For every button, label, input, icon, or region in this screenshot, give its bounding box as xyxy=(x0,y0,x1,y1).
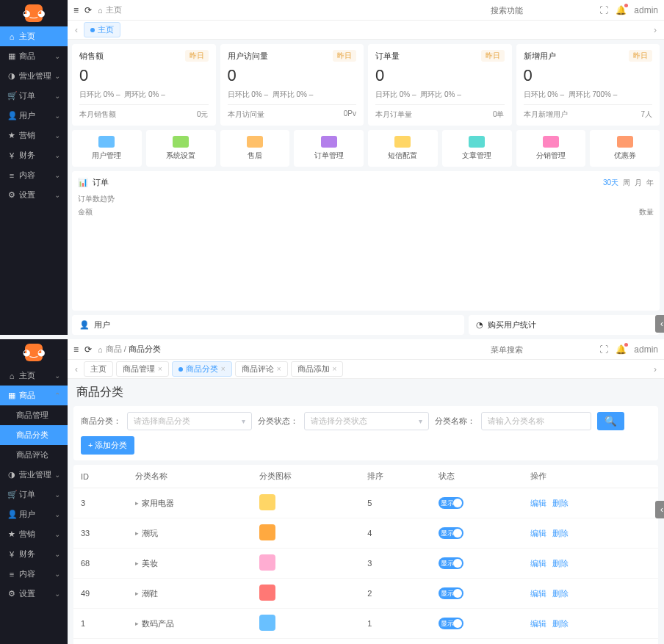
sidebar-item[interactable]: 👤用户⌄ xyxy=(0,106,68,126)
tab[interactable]: 商品分类× xyxy=(172,361,232,377)
bell-icon[interactable]: 🔔 xyxy=(616,344,627,355)
sidebar-item[interactable]: 🛒订单⌄ xyxy=(0,86,68,106)
sidebar-subitem[interactable]: 商品管理 xyxy=(0,405,68,425)
chevron-down-icon: ⌄ xyxy=(54,491,60,499)
delete-link[interactable]: 删除 xyxy=(552,559,569,568)
sidebar-item[interactable]: ◑营业管理⌄ xyxy=(0,465,68,485)
sidebar-item[interactable]: ⚙设置⌄ xyxy=(0,584,68,604)
filter-name-input[interactable]: 请输入分类名称 xyxy=(481,412,591,430)
chart-range-tab[interactable]: 周 xyxy=(623,178,630,188)
sidebar-item[interactable]: ◑营业管理⌄ xyxy=(0,66,68,86)
edit-link[interactable]: 编辑 xyxy=(530,619,546,628)
search-input[interactable] xyxy=(491,345,592,354)
status-switch[interactable]: 显示 xyxy=(439,527,463,539)
sidebar-subitem[interactable]: 商品评论 xyxy=(0,445,68,465)
close-icon[interactable]: × xyxy=(277,365,281,373)
expand-icon[interactable]: ▸ xyxy=(135,560,139,567)
sidebar-item[interactable]: 🛒订单⌄ xyxy=(0,485,68,504)
expand-icon[interactable]: ▸ xyxy=(135,529,139,537)
tab[interactable]: 商品添加× xyxy=(291,361,344,377)
edit-link[interactable]: 编辑 xyxy=(530,499,546,507)
status-switch[interactable]: 显示 xyxy=(439,618,463,629)
tabs-left-icon[interactable]: ‹ xyxy=(72,364,81,375)
close-icon[interactable]: × xyxy=(221,365,225,373)
sidebar-item[interactable]: ▦商品⌃ xyxy=(0,386,68,405)
chart-range-tab[interactable]: 月 xyxy=(635,178,642,188)
delete-link[interactable]: 删除 xyxy=(552,499,569,507)
sidebar-item[interactable]: 👤用户⌄ xyxy=(0,504,68,524)
expand-icon[interactable]: ▸ xyxy=(135,620,139,627)
drawer-toggle-icon[interactable]: ‹ xyxy=(655,501,664,518)
quick-icon xyxy=(98,136,115,148)
quick-icon xyxy=(321,136,337,148)
quick-link[interactable]: 分销管理 xyxy=(516,130,586,167)
refresh-icon[interactable]: ⟳ xyxy=(84,5,92,15)
edit-link[interactable]: 编辑 xyxy=(530,589,546,598)
tab[interactable]: 主页 xyxy=(84,361,113,377)
filters: 商品分类： 请选择商品分类▾ 分类状态： 请选择分类状态▾ 分类名称： 请输入分… xyxy=(73,406,658,460)
sidebar-item[interactable]: ≡内容⌄ xyxy=(0,165,68,185)
filter-status-select[interactable]: 请选择分类状态▾ xyxy=(304,412,429,430)
sidebar-item[interactable]: ⌂主页 xyxy=(0,26,68,46)
sidebar-item[interactable]: ≡内容⌄ xyxy=(0,564,68,584)
breadcrumb-segment[interactable]: 商品 xyxy=(106,344,122,353)
home-icon[interactable]: ⌂ xyxy=(98,345,103,354)
sidebar-item[interactable]: ★营销⌄ xyxy=(0,126,68,145)
card-value: 0 xyxy=(524,66,653,85)
sidebar-item[interactable]: ⌂主页⌄ xyxy=(0,366,68,386)
search-button[interactable]: 🔍 xyxy=(597,412,624,430)
sidebar-item[interactable]: ★营销⌄ xyxy=(0,524,68,544)
search-input[interactable] xyxy=(491,6,592,15)
quick-link[interactable]: 短信配置 xyxy=(368,130,438,167)
chart-range-tab[interactable]: 年 xyxy=(646,178,654,188)
fullscreen-icon[interactable]: ⛶ xyxy=(599,5,608,15)
quick-link[interactable]: 用户管理 xyxy=(72,130,142,167)
card-ratio-day: 日环比 0% – xyxy=(524,90,565,98)
chart-range-tab[interactable]: 30天 xyxy=(603,178,618,188)
fullscreen-icon[interactable]: ⛶ xyxy=(599,344,608,355)
delete-link[interactable]: 删除 xyxy=(552,529,569,538)
close-icon[interactable]: × xyxy=(333,365,337,373)
tab[interactable]: 商品评论× xyxy=(235,361,288,377)
delete-link[interactable]: 删除 xyxy=(552,589,569,598)
status-switch[interactable]: 显示 xyxy=(439,497,463,509)
drawer-toggle-icon[interactable]: ‹ xyxy=(655,315,664,333)
expand-icon[interactable]: ▸ xyxy=(135,499,139,507)
menu-toggle-icon[interactable]: ≡ xyxy=(73,344,79,355)
user-name[interactable]: admin xyxy=(634,5,658,15)
tab[interactable]: 主页 xyxy=(84,22,120,37)
tabs-right-icon[interactable]: › xyxy=(651,364,660,375)
tabs-left-icon[interactable]: ‹ xyxy=(72,25,81,35)
tab[interactable]: 商品管理× xyxy=(116,361,169,377)
quick-link[interactable]: 系统设置 xyxy=(146,130,216,167)
quick-link[interactable]: 优惠券 xyxy=(590,130,660,167)
switch-label: 显示 xyxy=(441,559,454,568)
home-icon[interactable]: ⌂ xyxy=(98,6,103,15)
sidebar-subitem[interactable]: 商品分类 xyxy=(0,425,68,445)
edit-link[interactable]: 编辑 xyxy=(530,559,546,568)
edit-link[interactable]: 编辑 xyxy=(530,529,546,538)
sidebar-item[interactable]: ⚙设置⌄ xyxy=(0,185,68,205)
quick-link[interactable]: 订单管理 xyxy=(294,130,364,167)
status-switch[interactable]: 显示 xyxy=(439,587,463,599)
tabs-right-icon[interactable]: › xyxy=(651,25,660,35)
close-icon[interactable]: × xyxy=(158,365,162,373)
quick-link[interactable]: 文章管理 xyxy=(442,130,512,167)
quick-link[interactable]: 售后 xyxy=(220,130,290,167)
sidebar-item[interactable]: ¥财务⌄ xyxy=(0,145,68,165)
refresh-icon[interactable]: ⟳ xyxy=(84,344,92,355)
sidebar-item[interactable]: ▦商品⌄ xyxy=(0,46,68,66)
status-switch[interactable]: 显示 xyxy=(439,557,463,569)
card-foot-label: 本月订单量 xyxy=(375,109,412,120)
nav-icon: ⚙ xyxy=(7,589,16,598)
filter-category-select[interactable]: 请选择商品分类▾ xyxy=(127,412,252,430)
breadcrumb-segment: 商品分类 xyxy=(129,344,161,353)
quick-label: 文章管理 xyxy=(462,151,491,161)
delete-link[interactable]: 删除 xyxy=(552,619,569,628)
menu-toggle-icon[interactable]: ≡ xyxy=(73,5,79,15)
sidebar-item[interactable]: ¥财务⌄ xyxy=(0,544,68,564)
add-category-button[interactable]: + 添加分类 xyxy=(81,436,134,455)
expand-icon[interactable]: ▸ xyxy=(135,590,139,597)
bell-icon[interactable]: 🔔 xyxy=(616,5,627,15)
user-name[interactable]: admin xyxy=(634,344,658,355)
